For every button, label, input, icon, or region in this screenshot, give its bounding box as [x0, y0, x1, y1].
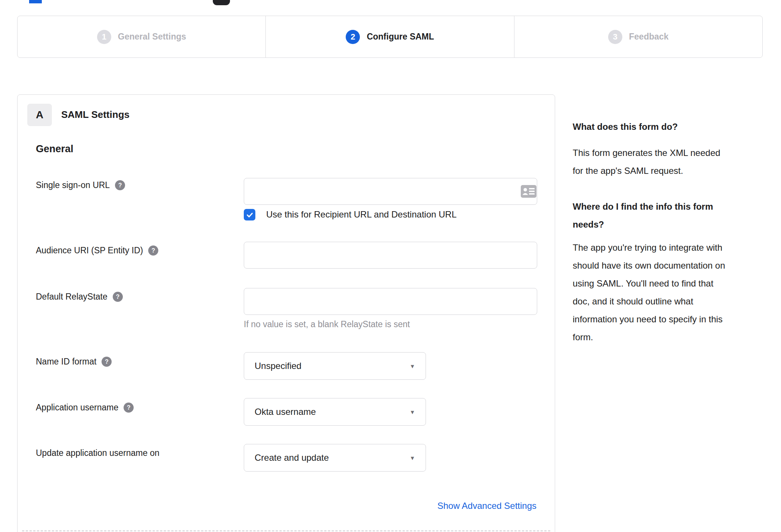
update-application-username-label: Update application username on: [36, 448, 159, 458]
help-sidebar: What does this form do? This form genera…: [573, 118, 764, 346]
step-feedback[interactable]: 3 Feedback: [514, 16, 762, 57]
update-application-username-label-text: Update application username on: [36, 448, 159, 458]
help-body-where: The app you're trying to integrate with …: [573, 239, 764, 346]
help-body-what: This form generates the XML needed for t…: [573, 144, 764, 180]
name-id-format-label-text: Name ID format: [36, 357, 96, 367]
update-application-username-select[interactable]: Create and update ▼: [244, 444, 426, 472]
step-label: Feedback: [629, 32, 669, 42]
show-advanced-settings-link[interactable]: Show Advanced Settings: [437, 501, 536, 511]
wizard-stepper: 1 General Settings 2 Configure SAML 3 Fe…: [17, 16, 763, 58]
sso-url-input[interactable]: [244, 178, 537, 205]
step-number-badge: 2: [346, 30, 360, 44]
application-username-value: Okta username: [255, 407, 410, 417]
help-heading-where: Where do I find the info this form needs…: [573, 198, 764, 234]
default-relaystate-label-text: Default RelayState: [36, 292, 108, 302]
clipped-header-accent: [29, 0, 42, 3]
general-group-title: General: [36, 143, 74, 155]
relaystate-helper-text: If no value is set, a blank RelayState i…: [244, 319, 410, 329]
audience-uri-input[interactable]: [244, 242, 537, 269]
help-section-where: Where do I find the info this form needs…: [573, 198, 764, 346]
checkmark-icon: [246, 211, 254, 219]
sso-url-label-text: Single sign-on URL: [36, 180, 110, 190]
step-label: Configure SAML: [367, 32, 434, 42]
help-heading-what: What does this form do?: [573, 118, 764, 136]
help-section-what: What does this form do? This form genera…: [573, 118, 764, 180]
application-username-label-text: Application username: [36, 403, 118, 413]
chevron-down-icon: ▼: [410, 455, 415, 461]
step-configure-saml[interactable]: 2 Configure SAML: [265, 16, 514, 57]
section-title: SAML Settings: [61, 109, 130, 121]
chevron-down-icon: ▼: [410, 363, 415, 369]
default-relaystate-label: Default RelayState ?: [36, 292, 123, 302]
help-icon[interactable]: ?: [115, 180, 125, 190]
help-icon[interactable]: ?: [148, 245, 158, 256]
default-relaystate-input[interactable]: [244, 288, 537, 315]
saml-settings-panel: A SAML Settings General Single sign-on U…: [17, 94, 555, 532]
section-a-badge: A: [27, 104, 52, 126]
sso-url-label: Single sign-on URL ?: [36, 180, 125, 190]
application-username-select[interactable]: Okta username ▼: [244, 398, 426, 426]
name-id-format-label: Name ID format ?: [36, 357, 112, 367]
help-icon[interactable]: ?: [124, 403, 134, 413]
update-application-username-value: Create and update: [255, 453, 410, 463]
name-id-format-value: Unspecified: [255, 361, 410, 371]
clipped-header-icon: [213, 0, 230, 5]
help-icon[interactable]: ?: [113, 292, 123, 302]
audience-uri-label: Audience URI (SP Entity ID) ?: [36, 245, 158, 256]
recipient-url-checkbox[interactable]: [244, 209, 255, 220]
step-number-badge: 1: [97, 30, 111, 44]
name-id-format-select[interactable]: Unspecified ▼: [244, 352, 426, 380]
recipient-url-checkbox-label: Use this for Recipient URL and Destinati…: [266, 209, 457, 220]
chevron-down-icon: ▼: [410, 409, 415, 415]
section-dashed-divider: [22, 531, 550, 531]
step-label: General Settings: [118, 32, 186, 42]
step-number-badge: 3: [608, 30, 622, 44]
help-icon[interactable]: ?: [102, 357, 112, 367]
audience-uri-label-text: Audience URI (SP Entity ID): [36, 245, 143, 256]
application-username-label: Application username ?: [36, 403, 134, 413]
step-general-settings[interactable]: 1 General Settings: [18, 16, 265, 57]
